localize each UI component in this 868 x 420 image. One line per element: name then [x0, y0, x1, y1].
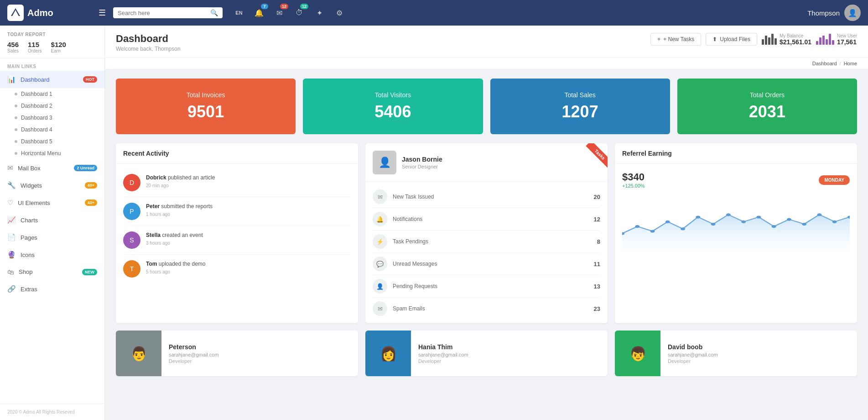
sidebar-item-pages[interactable]: 📄 Pages — [0, 229, 104, 246]
shop-icon: 🛍 — [7, 268, 14, 276]
user-card-peterson: 👨 Peterson sarahjane@gmail.com Developer — [116, 331, 358, 376]
sidebar-item-dashboard[interactable]: 📊 Dashboard HOT — [0, 71, 104, 88]
person-info: Jason Bornie Senior Designer — [402, 156, 442, 169]
breadcrumb-separator: / — [840, 61, 841, 66]
sidebar-footer: 2020 © Admo All Rights Reseved — [0, 404, 104, 420]
language-icon[interactable]: EN — [232, 5, 246, 20]
sidebar-item-ui-elements[interactable]: ♡ UI Elements 40+ — [0, 194, 104, 211]
task-count: 11 — [594, 261, 600, 268]
task-row: 💬 Unread Messages 11 — [373, 253, 600, 275]
referral-amount-row: $340 +125.00% MONDAY — [615, 164, 857, 196]
sales-value: 456 — [7, 41, 19, 48]
page-header-actions: + + New Tasks ⬆ Upload Files — [650, 33, 857, 46]
task-message-icon: 💬 — [373, 257, 387, 271]
task-row: ✉ Spam Emails 23 — [373, 298, 600, 320]
sidebar-subitem-dashboard4[interactable]: Dashboard 4 — [0, 124, 104, 136]
dot-icon — [15, 105, 17, 107]
person-task-card: Tasks 👤 Jason Bornie Senior Designer ✉ N… — [365, 143, 608, 323]
history-icon[interactable]: ⏱ 12 — [292, 5, 307, 20]
asterisk-icon[interactable]: ✦ — [312, 5, 327, 20]
pages-icon: 📄 — [7, 233, 16, 242]
dot-icon — [15, 116, 17, 119]
newuser-chart — [816, 34, 834, 45]
activity-avatar: D — [123, 174, 140, 191]
shop-label: Shop — [19, 268, 32, 275]
sidebar-subitem-dashboard1[interactable]: Dashboard 1 — [0, 88, 104, 100]
task-row: 🔔 Notifications 12 — [373, 208, 600, 231]
activity-content: Dobrick published an article 20 min ago — [146, 174, 351, 188]
mailbox-label: Mail Box — [18, 165, 41, 172]
sidebar-item-extras[interactable]: 🔗 Extras — [0, 280, 104, 298]
orders-value: 2031 — [686, 102, 848, 121]
activity-content: Stella created an event 3 hours ago — [146, 231, 351, 246]
dot-icon — [15, 140, 17, 143]
sidebar-item-icons[interactable]: 🔮 Icons — [0, 246, 104, 263]
page-title: Dashboard — [116, 33, 181, 45]
referral-day-badge[interactable]: MONDAY — [819, 175, 850, 185]
new-tasks-label: + New Tasks — [663, 36, 694, 42]
earn-label: Earn — [51, 48, 66, 53]
sidebar-subitem-dashboard2[interactable]: Dashboard 2 — [0, 100, 104, 112]
sidebar-item-mailbox[interactable]: ✉ Mail Box 2 Unread — [0, 159, 104, 177]
sidebar-item-widgets[interactable]: 🔧 Widgets 40+ — [0, 177, 104, 194]
content-grid: Recent Activity D Dobrick published an a… — [105, 143, 868, 331]
search-input[interactable] — [118, 10, 208, 16]
activity-time: 3 hours ago — [146, 241, 351, 246]
mail-icon[interactable]: ✉ 12 — [272, 5, 286, 20]
user-photo-peterson: 👨 — [116, 331, 161, 376]
new-badge: NEW — [82, 269, 97, 275]
task-count: 12 — [594, 216, 600, 223]
svg-point-1 — [635, 225, 639, 228]
sales-label: Total Sales — [499, 91, 661, 99]
nu-bar5 — [829, 34, 831, 45]
breadcrumb-dashboard[interactable]: Dashboard — [812, 61, 837, 66]
avatar[interactable]: 👤 — [844, 5, 861, 21]
svg-point-2 — [650, 230, 655, 232]
upload-files-button[interactable]: ⬆ Upload Files — [706, 33, 757, 46]
user-photo-hania: 👩 — [365, 331, 411, 376]
task-count: 23 — [594, 305, 600, 312]
task-spam-icon: ✉ — [373, 301, 387, 316]
hamburger-button[interactable]: ☰ — [99, 8, 106, 18]
sidebar: TODAY REPORT 456 Sales 115 Orders $120 E… — [0, 26, 105, 420]
sidebar-item-shop[interactable]: 🛍 Shop NEW — [0, 263, 104, 280]
person-name: Jason Bornie — [402, 156, 442, 163]
gear-icon[interactable]: ⚙ — [332, 5, 347, 20]
sidebar-item-charts[interactable]: 📈 Charts — [0, 211, 104, 229]
user-name-peterson: Peterson — [169, 343, 219, 351]
activity-avatar: S — [123, 231, 140, 249]
breadcrumb-home[interactable]: Home — [844, 61, 857, 66]
balance-chart — [762, 34, 777, 45]
sidebar-subitem-dashboard5[interactable]: Dashboard 5 — [0, 136, 104, 147]
bar5 — [774, 38, 777, 45]
referral-amount-info: $340 +125.00% — [622, 171, 645, 189]
task-row: 👤 Pending Requests 13 — [373, 275, 600, 298]
new-tasks-button[interactable]: + + New Tasks — [650, 33, 701, 46]
user-role-hania: Developer — [418, 358, 468, 364]
dashboard2-label: Dashboard 2 — [21, 103, 52, 109]
svg-point-10 — [772, 225, 776, 228]
activity-text: Dobrick published an article — [146, 174, 351, 182]
activity-time: 20 min ago — [146, 183, 351, 188]
sidebar-subitem-dashboard3[interactable]: Dashboard 3 — [0, 112, 104, 124]
newuser-widget: New User 17,561 — [816, 33, 857, 46]
earn-stat: $120 Earn — [51, 41, 66, 53]
widgets-badge: 40+ — [85, 182, 97, 189]
task-row: ⚡ Task Pendings 8 — [373, 231, 600, 253]
orders-label: Orders — [28, 48, 42, 53]
mailbox-icon: ✉ — [7, 164, 13, 172]
invoices-value: 9501 — [125, 102, 286, 121]
orders-value: 115 — [28, 41, 42, 48]
sales-value: 1207 — [499, 102, 661, 121]
bar1 — [762, 39, 764, 45]
sidebar-subitem-horizontal[interactable]: Horizontal Menu — [0, 147, 104, 159]
stat-cards: Total Invoices 9501 Total Visitors 5406 … — [105, 69, 868, 143]
nu-bar4 — [826, 39, 828, 45]
task-label: Spam Emails — [393, 305, 594, 312]
bell-icon[interactable]: 🔔 7 — [252, 5, 266, 20]
user-role-peterson: Developer — [169, 358, 219, 364]
earn-value: $120 — [51, 41, 66, 48]
upload-icon: ⬆ — [712, 36, 717, 42]
plus-icon: + — [657, 36, 660, 42]
tasks-ribbon: Tasks — [576, 143, 608, 175]
